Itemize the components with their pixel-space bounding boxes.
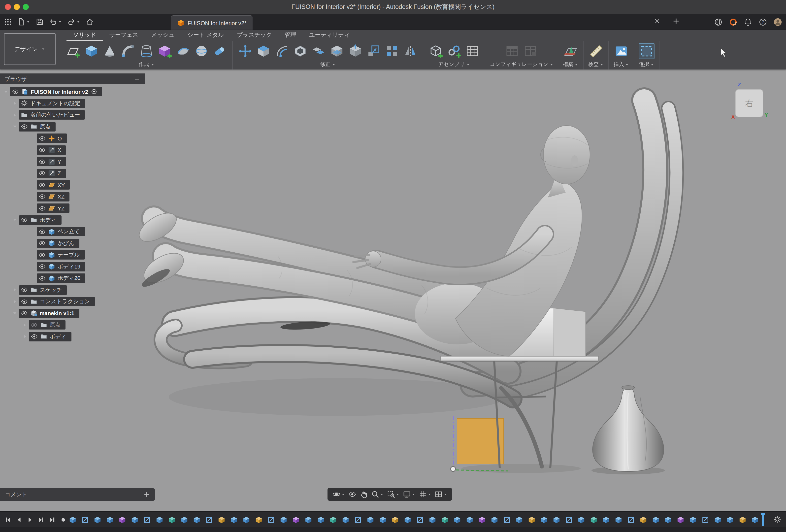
tool-mirror-tool[interactable] — [402, 43, 418, 59]
tool-new-component[interactable] — [428, 43, 444, 59]
browser-item-sketches[interactable]: スケッチ — [0, 284, 145, 296]
group-label-assemble[interactable]: アセンブリ — [438, 61, 470, 68]
nav-zoom-button[interactable] — [371, 490, 384, 498]
timeline-feature-11[interactable] — [205, 515, 213, 524]
timeline-feature-42[interactable] — [590, 515, 598, 524]
group-label-create[interactable]: 作成 — [139, 61, 154, 68]
timeline-feature-21[interactable] — [329, 515, 338, 524]
tool-split-tool[interactable] — [329, 43, 345, 59]
visibility-on-icon[interactable] — [39, 147, 46, 154]
tool-config-table2[interactable] — [523, 43, 539, 59]
browser-item-origin[interactable]: 原点 — [0, 121, 145, 133]
group-label-select[interactable]: 選択 — [639, 61, 654, 68]
tool-scale-tool[interactable] — [366, 43, 382, 59]
job-status-button[interactable] — [729, 18, 737, 26]
tool-sphere-tool[interactable] — [193, 43, 209, 59]
tool-patch-tool[interactable] — [175, 43, 191, 59]
timeline-feature-30[interactable] — [441, 515, 449, 524]
visibility-on-icon[interactable] — [12, 88, 19, 95]
visibility-on-icon[interactable] — [39, 158, 46, 165]
browser-item-body-vase[interactable]: かびん — [0, 237, 145, 249]
timeline-feature-23[interactable] — [354, 515, 362, 524]
browser-item-body-19[interactable]: ボディ19 — [0, 261, 145, 273]
save-button[interactable] — [36, 18, 44, 26]
browser-item-body-20[interactable]: ボディ20 — [0, 273, 145, 284]
timeline-feature-54[interactable] — [738, 515, 747, 524]
tool-combine-tool[interactable] — [310, 43, 326, 59]
browser-item-body-table[interactable]: テーブル — [0, 249, 145, 261]
browser-item-origin-o[interactable]: O — [0, 133, 145, 144]
timeline-feature-47[interactable] — [651, 515, 660, 524]
visibility-on-icon[interactable] — [21, 286, 28, 294]
visibility-on-icon[interactable] — [39, 205, 46, 212]
browser-item-axis-x[interactable]: X — [0, 144, 145, 156]
tool-sweep-tool[interactable] — [120, 43, 136, 59]
browser-item-plane-xy[interactable]: XY — [0, 179, 145, 191]
timeline-feature-5[interactable] — [131, 515, 139, 524]
tree-expand-icon[interactable] — [22, 334, 28, 340]
timeline-feature-32[interactable] — [465, 515, 474, 524]
timeline-feature-55[interactable] — [751, 515, 759, 524]
tool-pattern-tool[interactable] — [384, 43, 400, 59]
new-tab-icon[interactable] — [672, 17, 680, 25]
timeline-feature-2[interactable] — [93, 515, 102, 524]
timeline-feature-51[interactable] — [701, 515, 710, 524]
timeline-feature-13[interactable] — [230, 515, 238, 524]
group-label-construct[interactable]: 構築 — [563, 61, 578, 68]
nav-display-settings-button[interactable] — [403, 490, 415, 498]
timeline-feature-1[interactable] — [81, 515, 89, 524]
browser-header[interactable]: ブラウザ — [0, 73, 145, 84]
timeline-feature-27[interactable] — [403, 515, 412, 524]
timeline-feature-17[interactable] — [279, 515, 288, 524]
timeline-feature-9[interactable] — [180, 515, 189, 524]
timeline-feature-45[interactable] — [627, 515, 635, 524]
timeline-feature-3[interactable] — [106, 515, 114, 524]
ribbon-tab-1[interactable]: サーフェス — [103, 30, 145, 41]
tool-fillet-tool[interactable] — [274, 43, 290, 59]
tool-bom-table[interactable] — [464, 43, 480, 59]
tree-collapse-icon[interactable] — [3, 89, 9, 95]
browser-item-manekin-bodies[interactable]: ボディ — [0, 331, 145, 342]
timeline-scroll-strip[interactable] — [0, 527, 786, 532]
timeline-feature-20[interactable] — [317, 515, 325, 524]
tl-start-button[interactable] — [4, 516, 12, 523]
collapse-panel-icon[interactable] — [134, 76, 140, 82]
group-label-configure[interactable]: コンフィギュレーション — [490, 61, 553, 68]
browser-item-construction[interactable]: コンストラクション — [0, 296, 145, 307]
timeline-feature-14[interactable] — [242, 515, 251, 524]
timeline-feature-26[interactable] — [391, 515, 399, 524]
browser-item-bodies[interactable]: ボディ — [0, 214, 145, 226]
tool-move-tool[interactable] — [237, 43, 253, 59]
visibility-on-icon[interactable] — [31, 333, 38, 340]
tree-collapse-icon[interactable] — [12, 310, 18, 316]
timeline-feature-29[interactable] — [428, 515, 437, 524]
viewcube[interactable]: 右 — [735, 89, 763, 117]
timeline-feature-31[interactable] — [453, 515, 461, 524]
timeline-position-marker[interactable] — [762, 513, 763, 526]
tl-play-button[interactable] — [26, 516, 34, 523]
tool-offset-tool[interactable] — [256, 43, 272, 59]
close-tab-icon[interactable] — [654, 18, 661, 24]
browser-item-root[interactable]: FUISON for Interior v2 — [0, 86, 145, 97]
timeline-feature-49[interactable] — [676, 515, 685, 524]
timeline-feature-25[interactable] — [378, 515, 387, 524]
document-tab[interactable]: FUISON for Interior v2* — [171, 15, 253, 30]
timeline-feature-24[interactable] — [366, 515, 375, 524]
ribbon-tab-3[interactable]: シート メタル — [181, 30, 230, 41]
visibility-on-icon[interactable] — [39, 252, 46, 258]
tool-shell-tool[interactable] — [292, 43, 308, 59]
nav-viewports-button[interactable] — [435, 490, 447, 498]
timeline-feature-40[interactable] — [565, 515, 573, 524]
timeline-feature-52[interactable] — [714, 515, 722, 524]
tool-box-tool[interactable] — [83, 43, 99, 59]
timeline-feature-19[interactable] — [304, 515, 313, 524]
profile-button[interactable] — [773, 18, 782, 26]
browser-item-doc-settings[interactable]: ドキュメントの設定 — [0, 97, 145, 109]
tree-expand-icon[interactable] — [12, 299, 18, 305]
timeline-feature-33[interactable] — [478, 515, 486, 524]
add-comment-icon[interactable] — [143, 491, 150, 498]
nav-grid-settings-button[interactable] — [419, 490, 431, 498]
visibility-on-icon[interactable] — [21, 298, 28, 305]
timeline-feature-35[interactable] — [503, 515, 511, 524]
timeline-feature-4[interactable] — [118, 515, 126, 524]
